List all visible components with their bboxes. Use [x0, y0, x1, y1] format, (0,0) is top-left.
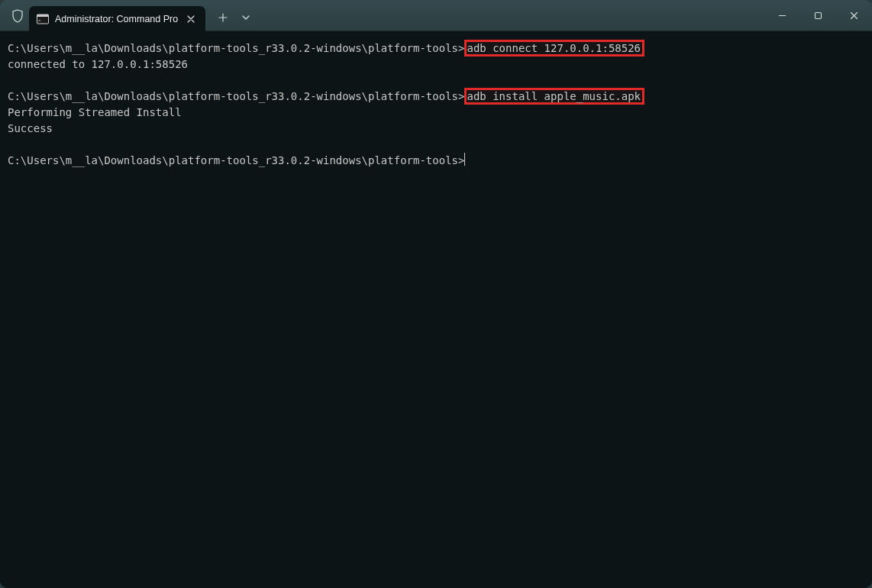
- cmd-highlight-1: adb connect 127.0.0.1:58526: [464, 40, 644, 57]
- tab-active[interactable]: >_ Administrator: Command Pro: [29, 6, 205, 31]
- window-controls: [764, 0, 872, 31]
- svg-rect-1: [37, 15, 49, 17]
- svg-text:>_: >_: [38, 18, 44, 24]
- tab-dropdown-button[interactable]: [236, 6, 256, 29]
- new-tab-button[interactable]: [212, 6, 234, 29]
- output-line: Performing Streamed Install: [8, 106, 182, 118]
- minimize-button[interactable]: [764, 0, 800, 31]
- prompt: C:\Users\m__la\Downloads\platform-tools_…: [8, 42, 464, 54]
- output-line: connected to 127.0.0.1:58526: [8, 58, 188, 70]
- maximize-button[interactable]: [800, 0, 836, 31]
- text-cursor: [464, 153, 465, 166]
- shield-icon: [11, 9, 24, 23]
- svg-rect-3: [815, 12, 822, 18]
- titlebar: >_ Administrator: Command Pro: [0, 0, 872, 31]
- output-line: Success: [8, 122, 53, 134]
- tab-close-button[interactable]: [184, 12, 198, 26]
- cmd-highlight-2: adb install apple_music.apk: [464, 88, 644, 105]
- prompt: C:\Users\m__la\Downloads\platform-tools_…: [8, 90, 464, 102]
- cmd-icon: >_: [37, 13, 49, 25]
- terminal-window: >_ Administrator: Command Pro: [0, 0, 872, 588]
- prompt: C:\Users\m__la\Downloads\platform-tools_…: [8, 154, 464, 166]
- tab-title: Administrator: Command Pro: [55, 14, 178, 24]
- terminal-body[interactable]: C:\Users\m__la\Downloads\platform-tools_…: [0, 31, 872, 588]
- terminal-output: C:\Users\m__la\Downloads\platform-tools_…: [8, 40, 864, 169]
- close-window-button[interactable]: [836, 0, 872, 31]
